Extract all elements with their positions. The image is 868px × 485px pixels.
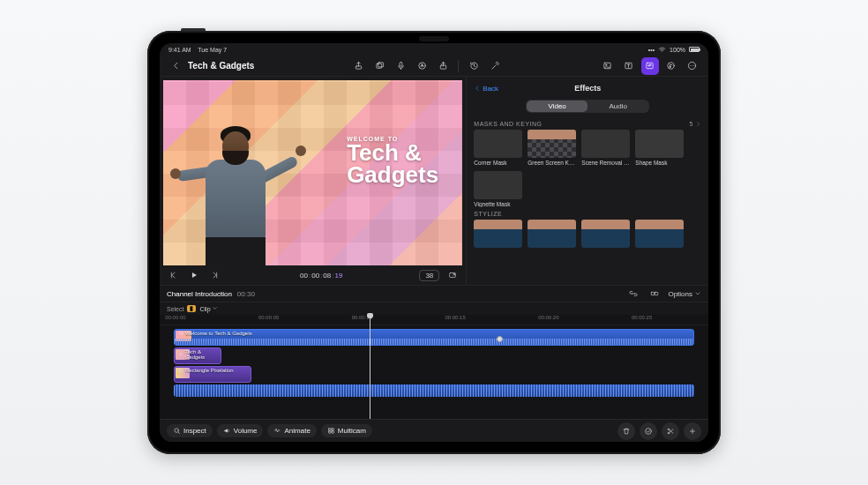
timeline-project-duration: 00:30 — [237, 290, 255, 298]
svg-rect-2 — [377, 63, 382, 68]
stylize-thumb-3[interactable] — [581, 220, 630, 248]
play-button[interactable] — [186, 267, 202, 283]
selected-clip-type[interactable]: Clip — [199, 305, 218, 312]
track-video-main[interactable]: Welcome to Tech & Gadgets — [167, 329, 701, 346]
dots-icon: ••• — [648, 47, 655, 53]
status-date: Tue May 7 — [198, 47, 227, 53]
transport-bar: 00: 00: 08: 19 38 — [160, 265, 466, 285]
svg-rect-18 — [652, 292, 655, 295]
effects-icon[interactable] — [641, 57, 659, 75]
clip-rectangle-pixelation[interactable]: Rectangle Pixelation — [174, 366, 251, 383]
effects-back-button[interactable]: Back — [474, 85, 498, 93]
svg-point-15 — [692, 65, 693, 66]
history-icon[interactable] — [465, 57, 483, 75]
next-frame-button[interactable] — [207, 267, 223, 283]
device-camera — [419, 36, 449, 41]
masks-thumb-row: Corner Mask Green Screen Keyer Scene Rem… — [474, 130, 701, 207]
timeline-project-name: Channel Introduction — [167, 290, 232, 298]
effects-tab-video[interactable]: Video — [527, 101, 587, 112]
audio-library-icon[interactable] — [662, 57, 680, 75]
multicam-button[interactable]: Multicam — [321, 424, 372, 437]
effects-tab-switch[interactable]: Video Audio — [526, 100, 649, 113]
svg-rect-24 — [332, 429, 334, 430]
effect-vignette-mask[interactable]: Vignette Mask — [474, 171, 522, 207]
clip-main-video[interactable]: Welcome to Tech & Gadgets — [174, 329, 694, 346]
stylize-thumb-2[interactable] — [528, 220, 576, 248]
battery-icon — [689, 47, 700, 52]
clip-title-techgadgets[interactable]: Tech & Gadgets — [174, 347, 221, 364]
svg-point-27 — [646, 428, 652, 434]
timecode-display[interactable]: 00: 00: 08: 19 — [300, 272, 342, 280]
more-icon[interactable] — [684, 57, 701, 75]
app-screen: 9:41 AM Tue May 7 ••• 100% Tech & Gadget… — [160, 43, 708, 442]
picture-icon[interactable] — [599, 57, 617, 75]
track-audio[interactable] — [167, 384, 701, 397]
effects-title: Effects — [574, 84, 601, 93]
svg-point-14 — [691, 65, 692, 66]
media-library-icon[interactable] — [370, 57, 388, 75]
add-button[interactable] — [684, 422, 701, 440]
svg-rect-21 — [179, 369, 183, 372]
track-title-1[interactable]: Tech & Gadgets — [167, 347, 701, 364]
effect-shape-mask[interactable]: Shape Mask — [635, 130, 684, 166]
voiceover-mic-icon[interactable] — [392, 57, 409, 75]
clip-chip-icon: ▮ — [187, 305, 196, 312]
titles-icon[interactable] — [620, 57, 638, 75]
project-title: Tech & Gadgets — [188, 61, 254, 71]
status-time: 9:41 AM — [168, 47, 191, 53]
share-icon[interactable] — [434, 57, 452, 75]
select-label: Select — [167, 306, 183, 312]
svg-rect-4 — [400, 62, 402, 66]
effect-corner-mask[interactable]: Corner Mask — [474, 130, 522, 166]
split-clip-button[interactable] — [662, 422, 679, 440]
svg-point-28 — [668, 432, 670, 434]
volume-button[interactable]: Volume — [217, 424, 264, 437]
svg-rect-26 — [332, 431, 334, 433]
time-ruler[interactable]: 00:00:00 00:00:05 00:00:10 00:00:15 00:0… — [160, 315, 708, 325]
section-masks-label: MASKS AND KEYING 5 — [474, 121, 701, 127]
bottom-toolbar: Inspect Volume Animate Multicam — [160, 419, 708, 442]
svg-point-29 — [668, 429, 670, 430]
stylize-thumb-4[interactable] — [635, 220, 684, 248]
svg-point-8 — [606, 64, 607, 65]
svg-rect-3 — [378, 63, 383, 67]
tools-icon[interactable] — [486, 57, 504, 75]
clip-audio-track[interactable] — [174, 384, 694, 397]
project-info-bar: Channel Introduction 00:30 Options — [160, 285, 708, 302]
export-icon[interactable] — [349, 57, 367, 75]
back-chevron-icon[interactable] — [167, 57, 184, 75]
overlay-title-line2: Gadgets — [347, 164, 438, 186]
effects-tab-audio[interactable]: Audio — [587, 101, 648, 112]
selection-row: Select ▮ Clip — [160, 302, 708, 315]
link-clips-icon[interactable] — [625, 286, 641, 302]
timeline[interactable]: 00:00:00 00:00:05 00:00:10 00:00:15 00:0… — [160, 315, 708, 419]
enable-clip-button[interactable] — [640, 422, 657, 440]
prev-frame-button[interactable] — [165, 267, 181, 283]
toolbar-separator — [458, 60, 459, 72]
inspect-button[interactable]: Inspect — [167, 424, 213, 437]
svg-point-11 — [668, 63, 674, 69]
device-power-button — [181, 28, 206, 31]
svg-rect-20 — [179, 332, 183, 335]
trash-button[interactable] — [617, 422, 635, 440]
text-styles-icon[interactable] — [413, 57, 430, 75]
track-title-2[interactable]: Rectangle Pixelation — [167, 366, 701, 383]
snap-icon[interactable] — [647, 286, 662, 302]
status-bar: 9:41 AM Tue May 7 ••• 100% — [160, 43, 708, 56]
effect-scene-removal-mask[interactable]: Scene Removal Mask — [581, 130, 630, 166]
ipad-frame: 9:41 AM Tue May 7 ••• 100% Tech & Gadget… — [147, 31, 721, 454]
top-toolbar: Tech & Gadgets — [160, 56, 708, 77]
timeline-options[interactable]: Options — [668, 290, 701, 298]
effect-green-screen-keyer[interactable]: Green Screen Keyer — [528, 130, 576, 166]
animate-button[interactable]: Animate — [267, 424, 316, 437]
effects-panel: Back Effects Video Audio MASKS AND KEYIN… — [467, 77, 708, 285]
svg-rect-23 — [328, 429, 331, 430]
wifi-icon — [658, 46, 666, 54]
stylize-thumb-1[interactable] — [474, 220, 522, 248]
preview-viewer[interactable]: WELCOME TO Tech & Gadgets — [163, 80, 462, 265]
zoom-level[interactable]: 38 — [419, 270, 439, 281]
fullscreen-button[interactable] — [445, 267, 460, 283]
battery-pct: 100% — [670, 47, 685, 53]
overlay-title-line1: Tech & — [347, 142, 438, 164]
svg-point-16 — [693, 65, 694, 66]
